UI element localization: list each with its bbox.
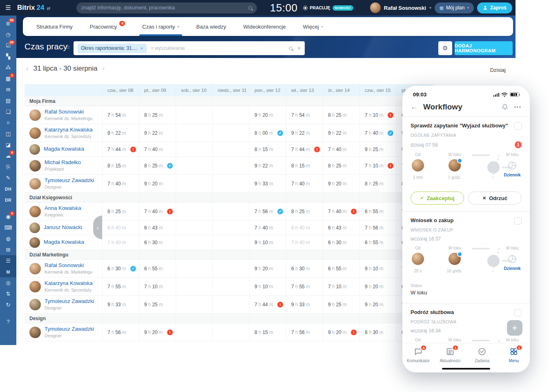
time-cell[interactable]: 9h20m [249, 106, 286, 124]
time-cell[interactable]: 9h25m [139, 296, 176, 313]
time-cell[interactable]: 9h20m [359, 296, 396, 313]
tab-wideokonferencje[interactable]: Wideokonferencje [235, 17, 295, 36]
phone-tab-menu[interactable]: 1 Menu [498, 347, 530, 372]
time-cell[interactable]: 9h33m [286, 296, 323, 313]
time-cell[interactable] [176, 278, 212, 295]
time-cell[interactable]: 6h55m [359, 203, 396, 220]
time-cell[interactable]: 9h33m [249, 175, 286, 192]
column-header[interactable]: śr., sier 14 [323, 84, 359, 96]
global-search-input[interactable]: znajdź informację, dokument, pracownika [76, 2, 257, 13]
time-cell[interactable]: 7h40m [249, 220, 286, 235]
time-cell[interactable]: 6h55m [359, 235, 396, 249]
time-cell[interactable]: 7h10m! [359, 157, 396, 174]
sidebar-item-planner[interactable]: ▤ [0, 95, 16, 106]
time-cell[interactable]: 9h20m [359, 278, 396, 295]
time-cell[interactable] [212, 235, 249, 249]
sidebar-item-messenger[interactable]: ◍ [0, 233, 16, 244]
time-cell[interactable]: 9h25m [359, 142, 396, 156]
time-cell[interactable]: 7h40m! [323, 203, 359, 220]
chip-close-icon[interactable]: × [140, 45, 143, 51]
employee-name[interactable]: Magda Kowalska [44, 146, 84, 152]
reject-button[interactable]: ✕Odrzuć [468, 192, 522, 205]
column-header[interactable]: pon., sier 12 [249, 84, 286, 96]
favorite-star-icon[interactable]: ☆ [65, 44, 71, 50]
journal-link[interactable]: Dziennik [499, 266, 526, 271]
card-checkbox[interactable] [514, 122, 522, 130]
sidebar-item-tasks[interactable]: ☑39 [0, 40, 16, 51]
working-status[interactable]: PRACUJĘ NOWOŚĆ [303, 5, 353, 11]
tab-czas-i-raporty[interactable]: Czas i raporty▾ [134, 17, 187, 36]
time-cell[interactable]: 7h54m [286, 106, 323, 124]
sidebar-item-employees[interactable]: ⁂ [0, 62, 16, 73]
time-cell[interactable] [212, 142, 249, 156]
time-cell[interactable]: 6h43m [323, 220, 359, 235]
phone-tab-komunikator[interactable]: 4 Komunikator [402, 347, 434, 372]
column-header[interactable]: sob., sier 10 [176, 84, 212, 96]
column-header[interactable]: czw., sier 08 [102, 84, 139, 96]
employee-name[interactable]: Magda Kowalska [44, 239, 84, 245]
sidebar-item-mail[interactable]: ✉ [0, 84, 16, 95]
time-cell[interactable]: 7h40m [286, 235, 323, 249]
time-cell[interactable]: 6h30m [359, 323, 396, 341]
add-schedule-button[interactable]: DODAJ HARMONOGRAM [455, 41, 513, 55]
time-cell[interactable]: 6h30m✓ [102, 260, 139, 277]
time-cell[interactable] [212, 260, 249, 277]
time-cell[interactable]: 8h15m [249, 142, 286, 156]
time-cell[interactable]: 9h22m [286, 124, 323, 142]
time-cell[interactable]: 7h44m! [249, 296, 286, 313]
today-button[interactable]: Dzisiaj [490, 67, 506, 73]
time-cell[interactable] [212, 220, 249, 235]
time-cell[interactable]: 6h43m [139, 220, 176, 235]
time-cell[interactable]: 7h40m! [139, 203, 176, 220]
time-cell[interactable]: 6h30m [286, 260, 323, 277]
sidebar-item-calendar[interactable]: ▦2 [0, 73, 16, 84]
time-cell[interactable]: 8h25m [323, 106, 359, 124]
time-cell[interactable]: 9h10m [359, 260, 396, 277]
time-cell[interactable]: 9h20m! [323, 323, 359, 341]
time-cell[interactable]: 7h44m! [286, 142, 323, 156]
sidebar-item-sign[interactable]: ✎ [0, 172, 16, 183]
sidebar-item-sites[interactable]: ⌗ [0, 117, 16, 128]
prev-period-icon[interactable]: ‹ [25, 65, 29, 73]
employee-name[interactable]: Katarzyna Kowalska [45, 281, 93, 287]
sidebar-item-sync[interactable]: ⇅ [0, 288, 16, 299]
time-cell[interactable] [212, 278, 249, 295]
time-cell[interactable]: 8h15m [249, 323, 286, 341]
column-header[interactable]: wt., sier 13 [286, 84, 323, 96]
employee-name[interactable]: Janusz Nowacki [44, 225, 82, 231]
time-cell[interactable]: 7h55m [286, 278, 323, 295]
time-cell[interactable]: 7h40m✓ [359, 124, 396, 142]
time-cell[interactable]: 8h25m [139, 106, 176, 124]
employee-name[interactable]: Tymoteusz Zawadzki [45, 178, 94, 184]
time-cell[interactable]: 9h20m [323, 175, 359, 192]
time-cell[interactable]: 7h44m! [102, 142, 139, 156]
back-icon[interactable]: ← [411, 103, 417, 111]
invite-button[interactable]: Zaproś [477, 2, 512, 13]
time-cell[interactable]: 9h10m [249, 235, 286, 249]
next-period-icon[interactable]: › [102, 65, 106, 73]
time-cell[interactable] [212, 106, 249, 124]
tab-wi-cej[interactable]: Więcej▾ [295, 17, 332, 36]
work-clock[interactable]: 15:00 [270, 2, 298, 14]
workflow-card[interactable]: Wniosek o zakup WNIOSEK O ZAKUP wczoraj … [411, 212, 522, 296]
time-cell[interactable]: 7h40m [102, 175, 139, 192]
user-avatar[interactable] [370, 2, 381, 13]
time-cell[interactable] [176, 296, 212, 313]
search-icon[interactable] [289, 47, 292, 50]
employee-name[interactable]: Katarzyna Kowalska [45, 127, 93, 133]
time-cell[interactable] [176, 175, 212, 192]
time-cell[interactable]: 9h20m [139, 175, 176, 192]
sidebar-item-marketplace[interactable]: M [0, 266, 16, 277]
tab-struktura-firmy[interactable]: Struktura Firmy [28, 17, 81, 36]
my-plan-button[interactable]: ▦ Mój plan ▾ [435, 2, 474, 13]
sidebar-item-market[interactable]: ▚ [0, 51, 16, 62]
add-workflow-button[interactable]: + [507, 320, 522, 336]
column-header[interactable]: czw., sier 15 [359, 84, 396, 96]
time-cell[interactable]: 8h15m [286, 157, 323, 174]
clear-filter-icon[interactable]: × [297, 45, 301, 51]
sidebar-item-updates[interactable]: ↻ [0, 299, 16, 310]
employee-name[interactable]: Rafał Sosnowski [45, 109, 92, 115]
time-cell[interactable]: 6h55m [323, 260, 359, 277]
time-cell[interactable] [176, 203, 212, 220]
time-cell[interactable]: 8h25m [286, 203, 323, 220]
